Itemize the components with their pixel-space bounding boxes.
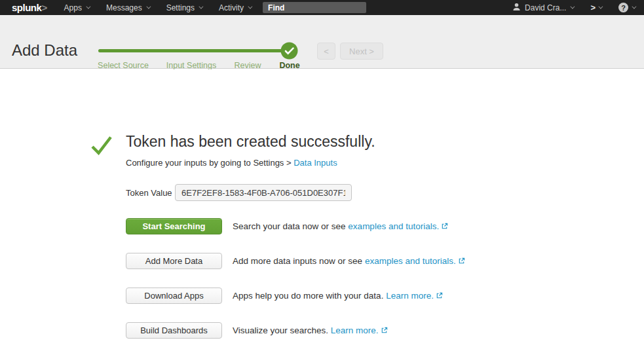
success-title: Token has been created successfully. — [126, 133, 375, 151]
external-link-icon — [381, 326, 388, 336]
chevron-down-icon — [86, 5, 90, 9]
back-button[interactable]: < — [317, 43, 335, 60]
topbar: splunk> Apps Messages Settings Activity … — [0, 0, 644, 15]
wizard-progress-line — [98, 49, 287, 52]
success-subtitle-text: Configure your inputs by going to Settin… — [126, 158, 294, 168]
find-input[interactable] — [263, 2, 366, 13]
menu-apps[interactable]: Apps — [64, 3, 89, 12]
chevron-down-icon — [571, 5, 575, 9]
action-row-start-searching: Start Searching Search your data now or … — [0, 218, 644, 235]
menu-settings-label: Settings — [166, 3, 195, 12]
user-name: David Cra... — [525, 3, 566, 12]
action-row-build-dashboards: Build Dashboards Visualize your searches… — [0, 322, 644, 339]
menu-messages[interactable]: Messages — [106, 3, 149, 12]
success-subtitle: Configure your inputs by going to Settin… — [126, 158, 337, 168]
chevron-down-icon — [598, 5, 603, 9]
chevron-down-icon — [146, 5, 151, 9]
action-row-add-more-data: Add More Data Add more data inputs now o… — [0, 253, 644, 270]
wizard-step-input-settings: Input Settings — [166, 61, 216, 70]
topbar-right: David Cra... > ? — [512, 3, 635, 13]
help-menu[interactable]: ? — [618, 3, 635, 12]
external-link-icon — [441, 222, 448, 232]
desc-text: Visualize your searches. — [233, 325, 331, 335]
chevron-down-icon — [632, 5, 636, 9]
page-header: Add Data Select Source Input Settings Re… — [0, 15, 644, 69]
share-menu[interactable]: > — [590, 3, 601, 12]
external-link-icon — [458, 257, 465, 267]
desc-text: Search your data now or see — [233, 221, 348, 231]
next-button[interactable]: Next > — [340, 43, 383, 60]
splunk-logo-text: splunk — [12, 2, 41, 13]
wizard-step-review: Review — [235, 61, 261, 70]
data-inputs-link[interactable]: Data Inputs — [294, 158, 337, 168]
learn-more-link[interactable]: Learn more. — [331, 325, 379, 335]
success-check-icon — [89, 134, 114, 159]
token-value-label: Token Value — [126, 188, 172, 198]
learn-more-link[interactable]: Learn more. — [386, 291, 434, 301]
menu-settings[interactable]: Settings — [166, 3, 202, 12]
menu-activity[interactable]: Activity — [219, 3, 251, 12]
wizard-done-check-icon — [280, 42, 298, 60]
menu-apps-label: Apps — [64, 3, 82, 12]
prompt-icon: > — [590, 3, 595, 12]
desc-text: Add more data inputs now or see — [233, 256, 365, 266]
page-title: Add Data — [12, 41, 77, 60]
user-icon — [512, 3, 521, 13]
token-value-input[interactable] — [175, 184, 352, 201]
external-link-icon — [436, 291, 443, 301]
menu-activity-label: Activity — [219, 3, 244, 12]
chevron-down-icon — [248, 5, 252, 9]
splunk-logo-gt: > — [41, 2, 47, 13]
action-row-download-apps: Download Apps Apps help you do more with… — [0, 288, 644, 305]
build-dashboards-button[interactable]: Build Dashboards — [126, 322, 222, 339]
download-apps-button[interactable]: Download Apps — [126, 288, 222, 304]
chevron-down-icon — [199, 5, 203, 9]
download-apps-desc: Apps help you do more with your data. Le… — [233, 291, 443, 301]
help-icon: ? — [618, 3, 628, 12]
wizard-step-done: Done — [279, 61, 299, 70]
user-menu[interactable]: David Cra... — [512, 3, 573, 13]
add-more-data-desc: Add more data inputs now or see examples… — [233, 256, 465, 267]
menu-messages-label: Messages — [106, 3, 142, 12]
examples-tutorials-link[interactable]: examples and tutorials. — [348, 221, 439, 231]
desc-text: Apps help you do more with your data. — [233, 291, 386, 301]
examples-tutorials-link[interactable]: examples and tutorials. — [365, 256, 456, 266]
start-searching-desc: Search your data now or see examples and… — [233, 221, 448, 232]
build-dashboards-desc: Visualize your searches. Learn more. — [233, 325, 388, 336]
splunk-logo[interactable]: splunk> — [12, 2, 47, 13]
wizard-step-select-source: Select Source — [98, 61, 149, 70]
start-searching-button[interactable]: Start Searching — [126, 218, 222, 234]
add-more-data-button[interactable]: Add More Data — [126, 253, 222, 269]
main-content: Token has been created successfully. Con… — [0, 69, 644, 353]
